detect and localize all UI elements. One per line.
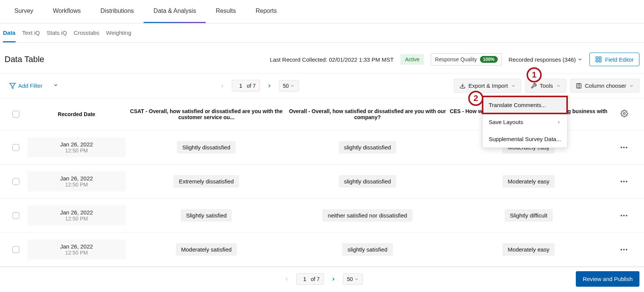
select-all-checkbox[interactable] — [13, 111, 19, 118]
cell-csat: Slightly satisfied — [181, 209, 232, 222]
review-publish-button[interactable]: Review and Publish — [576, 271, 639, 287]
cell-overall: slightly dissatisfied — [339, 175, 396, 188]
col-overall[interactable]: Overall - Overall, how satisfied or diss… — [287, 108, 448, 120]
footer-bar: of 7 50 Review and Publish — [0, 267, 644, 291]
row-checkbox[interactable] — [13, 144, 19, 151]
footer-page-input[interactable] — [300, 276, 309, 282]
cell-recorded-date: Jan 26, 2022 12:50 PM — [27, 205, 126, 225]
response-quality-button[interactable]: Response Quality 100% — [431, 53, 502, 65]
dropdown-save-layouts[interactable]: Save Layouts — [483, 113, 567, 130]
cell-csat: Slightly dissatisfied — [177, 141, 236, 154]
cell-ces: Moderately easy — [502, 243, 555, 256]
row-checkbox[interactable] — [13, 246, 19, 253]
wrench-icon — [531, 83, 537, 89]
toolbar: Add Filter of 7 50 1 2 Export & Import — [0, 73, 644, 98]
dropdown-supplemental[interactable]: Supplemental Survey Data... — [483, 130, 567, 148]
chevron-up-icon — [556, 84, 561, 88]
cell-recorded-date: Jan 26, 2022 12:50 PM — [27, 137, 126, 157]
page-input[interactable] — [236, 82, 245, 89]
add-filter-label: Add Filter — [18, 82, 42, 89]
table-row: Jan 26, 2022 12:50 PM Moderately satisfi… — [0, 233, 644, 267]
column-chooser-button[interactable]: Column chooser — [570, 79, 639, 93]
filter-chevron[interactable] — [49, 79, 62, 92]
columns-icon — [576, 83, 582, 89]
row-actions-button[interactable]: ••• — [609, 179, 639, 185]
response-quality-label: Response Quality — [435, 56, 477, 62]
table-settings-button[interactable] — [609, 110, 639, 119]
row-actions-button[interactable]: ••• — [609, 213, 639, 219]
chevron-down-icon — [577, 57, 583, 62]
chevron-down-icon — [629, 84, 634, 88]
chevron-down-icon — [53, 82, 58, 88]
date-time: 12:50 PM — [27, 148, 126, 154]
annotation-1: 1 — [527, 67, 542, 82]
cell-ces: Slightly difficult — [505, 209, 553, 222]
dropdown-translate-comments[interactable]: Translate Comments... — [483, 96, 567, 113]
cell-recorded-date: Jan 26, 2022 12:50 PM — [27, 171, 126, 191]
footer-of-pages: of 7 — [311, 276, 320, 282]
col-csat[interactable]: CSAT - Overall, how satisfied or dissati… — [126, 108, 287, 120]
cell-csat: Moderately satisfied — [176, 243, 237, 256]
chevron-right-icon — [556, 120, 561, 124]
row-actions-button[interactable]: ••• — [609, 144, 639, 151]
active-badge: Active — [400, 54, 424, 65]
table-row: Jan 26, 2022 12:50 PM Slightly satisfied… — [0, 199, 644, 233]
top-nav: Survey Workflows Distributions Data & An… — [0, 0, 644, 23]
page-title: Data Table — [5, 54, 44, 64]
add-filter-button[interactable]: Add Filter — [5, 79, 47, 92]
footer-next-page[interactable] — [328, 274, 339, 284]
tab-distributions[interactable]: Distributions — [91, 0, 144, 23]
row-actions-button[interactable]: ••• — [609, 247, 639, 253]
recorded-responses-dropdown[interactable]: Recorded responses (346) — [509, 56, 583, 63]
date-main: Jan 26, 2022 — [27, 141, 126, 148]
layout-icon — [595, 56, 602, 63]
subtab-data[interactable]: Data — [3, 23, 16, 42]
page-header: Data Table Last Record Collected: 02/01/… — [0, 43, 644, 73]
tools-label: Tools — [540, 82, 553, 89]
tab-reports[interactable]: Reports — [246, 0, 287, 23]
of-pages-label: of 7 — [247, 83, 255, 89]
svg-rect-1 — [599, 57, 601, 59]
header-right: Last Record Collected: 02/01/2022 1:33 P… — [270, 53, 639, 66]
response-quality-pct: 100% — [480, 56, 498, 63]
svg-rect-2 — [596, 60, 598, 62]
subtab-weighting[interactable]: Weighting — [106, 23, 131, 42]
filter-icon — [9, 82, 16, 89]
svg-rect-6 — [577, 84, 581, 88]
export-import-button[interactable]: Export & Import — [454, 79, 521, 93]
prev-page-button[interactable] — [217, 81, 228, 91]
footer-page-size[interactable]: 50 — [343, 273, 363, 285]
save-layouts-label: Save Layouts — [489, 119, 523, 125]
table-row: Jan 26, 2022 12:50 PM Extremely dissatis… — [0, 165, 644, 199]
tab-workflows[interactable]: Workflows — [43, 0, 91, 23]
page-indicator: of 7 — [232, 80, 259, 92]
subtab-textiq[interactable]: Text iQ — [22, 23, 40, 42]
date-main: Jan 26, 2022 — [27, 175, 126, 182]
date-main: Jan 26, 2022 — [27, 209, 126, 216]
tab-survey[interactable]: Survey — [5, 0, 43, 23]
cell-overall: slightly dissatisfied — [339, 141, 396, 154]
next-page-button[interactable] — [264, 81, 275, 91]
annotation-2: 2 — [468, 91, 483, 106]
cell-ces: Moderately easy — [502, 175, 555, 188]
field-editor-button[interactable]: Field Editor — [589, 53, 639, 66]
tab-data-analysis[interactable]: Data & Analysis — [144, 0, 206, 23]
row-checkbox[interactable] — [13, 178, 19, 185]
subtab-statsiq[interactable]: Stats iQ — [47, 23, 67, 42]
footer-prev-page[interactable] — [281, 274, 292, 284]
chevron-down-icon — [511, 84, 516, 88]
row-checkbox[interactable] — [13, 212, 19, 219]
col-recorded-date[interactable]: Recorded Date — [27, 111, 126, 117]
cell-recorded-date: Jan 26, 2022 12:50 PM — [27, 239, 126, 259]
svg-rect-3 — [599, 60, 601, 62]
cell-overall: slightly satisfied — [342, 243, 392, 256]
tab-results[interactable]: Results — [206, 0, 245, 23]
chevron-down-icon — [290, 84, 295, 88]
chevron-down-icon — [354, 277, 359, 281]
page-size-select[interactable]: 50 — [279, 80, 299, 92]
svg-marker-4 — [10, 83, 16, 89]
subtab-crosstabs[interactable]: Crosstabs — [74, 23, 100, 42]
svg-point-9 — [624, 112, 625, 114]
svg-rect-0 — [596, 57, 598, 59]
sub-nav: Data Text iQ Stats iQ Crosstabs Weightin… — [0, 23, 644, 43]
